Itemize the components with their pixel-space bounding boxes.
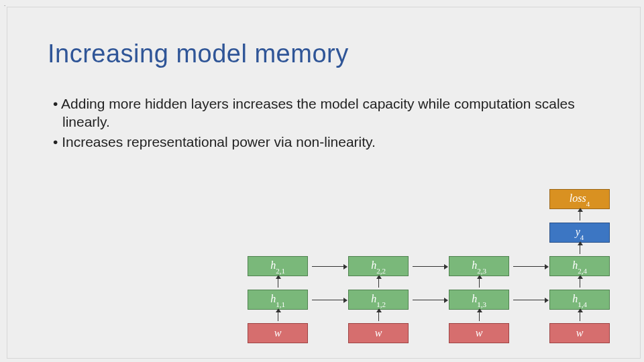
node-label: h1,2 bbox=[371, 293, 386, 306]
arrow-right-icon bbox=[312, 300, 344, 300]
arrow-up-icon bbox=[278, 312, 278, 321]
node-label: h1,4 bbox=[572, 293, 587, 306]
row-y: y4 bbox=[248, 223, 610, 243]
arrow-up-icon bbox=[479, 312, 480, 321]
arrow-right-icon bbox=[513, 300, 545, 300]
node-h2-4: h2,4 bbox=[549, 256, 610, 276]
node-loss: loss4 bbox=[549, 189, 610, 209]
arrow-right-icon bbox=[413, 266, 445, 267]
arrow-right-icon bbox=[413, 300, 445, 300]
arrow-up-icon bbox=[580, 278, 580, 288]
arrow-up-icon bbox=[479, 278, 480, 288]
corner-dot: . bbox=[4, 1, 5, 7]
node-label: h2,1 bbox=[270, 259, 285, 273]
node-label: w bbox=[476, 327, 483, 339]
node-h2-3: h2,3 bbox=[449, 256, 509, 276]
row-w: w w w w bbox=[248, 323, 610, 343]
row-h2: h2,1 h2,2 h2,3 h2,4 bbox=[248, 256, 610, 276]
node-label: h1,3 bbox=[472, 293, 486, 306]
node-label: h2,2 bbox=[371, 259, 386, 273]
node-w-4: w bbox=[549, 323, 610, 343]
bullet-item: Adding more hidden layers increases the … bbox=[53, 95, 600, 131]
bullet-list: Adding more hidden layers increases the … bbox=[53, 95, 600, 152]
node-label: loss4 bbox=[570, 192, 590, 206]
bullet-item: Increases representational power via non… bbox=[53, 133, 600, 151]
arrow-up-icon bbox=[378, 278, 379, 288]
node-h1-3: h1,3 bbox=[449, 290, 509, 310]
node-label: w bbox=[576, 327, 584, 339]
node-h1-4: h1,4 bbox=[549, 290, 610, 310]
node-h1-2: h1,2 bbox=[348, 290, 409, 310]
slide-title: Increasing model memory bbox=[48, 40, 349, 68]
node-h2-1: h2,1 bbox=[248, 256, 308, 276]
node-w-1: w bbox=[248, 323, 308, 343]
row-h1: h1,1 h1,2 h1,3 h1,4 bbox=[248, 290, 610, 310]
arrow-up-icon bbox=[378, 312, 379, 321]
row-loss: loss4 bbox=[248, 189, 610, 209]
node-w-3: w bbox=[449, 323, 509, 343]
node-label: h2,4 bbox=[572, 259, 587, 273]
arrow-right-icon bbox=[312, 266, 344, 267]
arrow-up-icon bbox=[580, 211, 580, 221]
arrow-up-icon bbox=[580, 245, 580, 254]
node-label: y4 bbox=[576, 226, 584, 239]
node-w-2: w bbox=[348, 323, 409, 343]
slide: Increasing model memory Adding more hidd… bbox=[7, 7, 641, 359]
node-label: h2,3 bbox=[472, 259, 486, 273]
node-label: h1,1 bbox=[270, 293, 285, 306]
arrow-right-icon bbox=[513, 266, 545, 267]
arrow-up-icon bbox=[580, 312, 580, 321]
node-h2-2: h2,2 bbox=[348, 256, 409, 276]
node-label: w bbox=[274, 327, 282, 339]
arrow-up-icon bbox=[278, 278, 278, 288]
node-y: y4 bbox=[549, 223, 610, 243]
node-h1-1: h1,1 bbox=[248, 290, 308, 310]
node-label: w bbox=[375, 327, 382, 339]
network-diagram: loss4 y4 h2,1 h2,2 h2,3 bbox=[248, 189, 610, 343]
